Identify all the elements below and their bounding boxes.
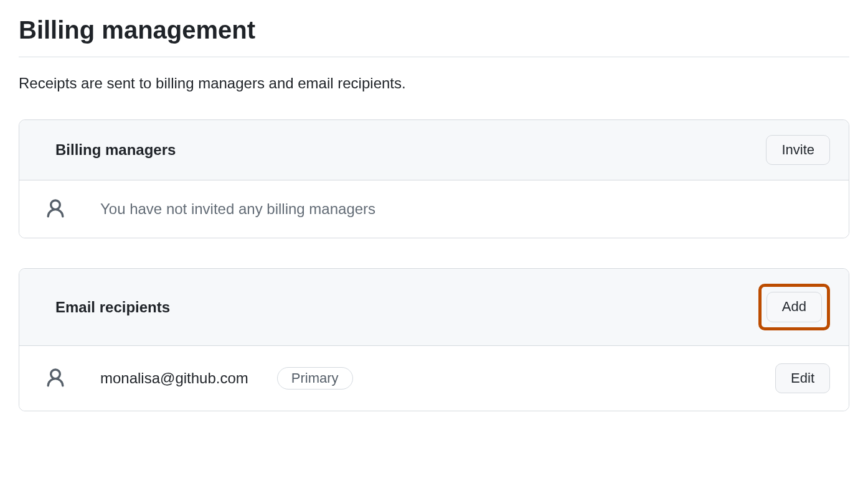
billing-managers-header: Billing managers Invite [19, 120, 849, 180]
add-button[interactable]: Add [767, 292, 822, 322]
billing-managers-empty-row: You have not invited any billing manager… [19, 180, 849, 238]
billing-managers-empty-text: You have not invited any billing manager… [100, 200, 375, 218]
invite-button[interactable]: Invite [766, 135, 830, 165]
billing-managers-title: Billing managers [55, 141, 176, 159]
billing-managers-box: Billing managers Invite You have not inv… [19, 119, 849, 238]
add-button-highlight: Add [758, 284, 830, 330]
email-recipients-box: Email recipients Add monalisa@github.com… [19, 268, 849, 411]
page-title: Billing management [19, 16, 849, 57]
primary-badge: Primary [277, 367, 353, 390]
page-description: Receipts are sent to billing managers an… [19, 75, 849, 92]
person-icon [44, 198, 67, 220]
email-recipients-title: Email recipients [55, 299, 170, 316]
edit-button[interactable]: Edit [775, 363, 830, 393]
email-recipient-row: monalisa@github.com Primary Edit [19, 346, 849, 411]
recipient-email: monalisa@github.com [100, 370, 248, 387]
person-icon [44, 367, 67, 390]
email-recipients-header: Email recipients Add [19, 269, 849, 345]
